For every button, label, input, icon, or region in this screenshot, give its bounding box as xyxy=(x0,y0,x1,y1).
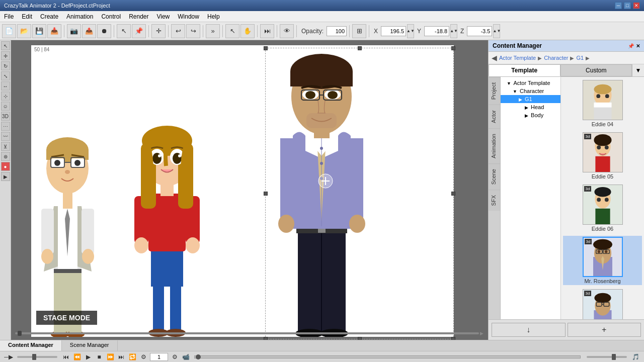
tab-template[interactable]: Template xyxy=(489,64,560,76)
download-button[interactable]: ↓ xyxy=(492,323,566,337)
character3[interactable] xyxy=(265,50,378,337)
tree-body[interactable]: ▶ Body xyxy=(501,111,560,119)
lt-select[interactable]: ↖ xyxy=(1,41,10,50)
tl-progress-thumb[interactable] xyxy=(196,354,201,359)
play-all-button[interactable]: ⏭ xyxy=(260,24,274,38)
list-item[interactable]: 3d Eddie 06 xyxy=(563,184,642,233)
zoom-thumb[interactable] xyxy=(612,354,616,360)
new-button[interactable]: 📄 xyxy=(2,24,16,38)
tl-audio[interactable]: 🎵 xyxy=(631,352,640,361)
lt-constraint[interactable]: ⊻ xyxy=(1,142,10,151)
handle-tl[interactable] xyxy=(264,46,268,50)
handle-br[interactable] xyxy=(451,337,455,340)
menu-create[interactable]: Create xyxy=(36,12,62,21)
menu-view[interactable]: View xyxy=(152,12,174,21)
tl-play[interactable]: ▶ xyxy=(84,352,93,361)
tree-head[interactable]: ▶ Head xyxy=(501,103,560,111)
y-spin[interactable]: ▲▼ xyxy=(450,24,457,38)
export-button[interactable]: 📤 xyxy=(82,24,96,38)
bc-item-3[interactable]: G1 xyxy=(576,55,584,61)
character2[interactable] xyxy=(132,65,202,337)
tl-record-mode[interactable]: 📹 xyxy=(181,352,190,361)
tl-prev[interactable]: ⏪ xyxy=(72,352,82,361)
bc-item-2[interactable]: Character xyxy=(544,55,568,61)
z-spin[interactable]: ▲▼ xyxy=(493,24,500,38)
lt-rotate[interactable]: ↻ xyxy=(1,61,10,70)
move-button[interactable]: ✛ xyxy=(151,24,166,38)
list-item[interactable]: 3d xyxy=(563,236,642,285)
pick-button[interactable]: 📌 xyxy=(132,24,146,38)
select-button[interactable]: ↖ xyxy=(117,24,131,38)
close-button[interactable]: ✕ xyxy=(633,2,640,9)
redo-button[interactable]: ↪ xyxy=(186,24,200,38)
cursor-button[interactable]: ↖ xyxy=(225,24,239,38)
lt-morph[interactable]: ⋯ xyxy=(1,122,10,131)
bc-item-1[interactable]: Actor Template xyxy=(499,55,536,61)
scroll-thumb[interactable] xyxy=(18,331,22,336)
tab-custom[interactable]: Custom xyxy=(560,64,632,76)
lt-ik[interactable]: ⊛ xyxy=(1,152,10,161)
scroll-right[interactable]: ▶ xyxy=(479,331,484,336)
side-tab-animation[interactable]: Animation xyxy=(489,128,500,163)
cm-pin-button[interactable]: 📌 xyxy=(628,43,634,49)
minimize-button[interactable]: ─ xyxy=(615,2,622,9)
canvas-area[interactable]: 50 | 84 STAGE MODE ▶ xyxy=(11,40,488,340)
speed-thumb[interactable] xyxy=(32,354,36,360)
lt-scale[interactable]: ⤡ xyxy=(1,71,10,80)
tab-content-manager[interactable]: Content Manager xyxy=(0,340,62,351)
more-button[interactable]: » xyxy=(206,24,220,38)
grid-button[interactable]: ⊞ xyxy=(352,24,366,38)
character1[interactable] xyxy=(39,75,97,337)
maximize-button[interactable]: □ xyxy=(624,2,631,9)
eye-button[interactable]: 👁 xyxy=(280,24,294,38)
handle-bm[interactable] xyxy=(358,337,362,340)
lt-playback[interactable]: ▶ xyxy=(1,172,10,181)
x-input[interactable] xyxy=(381,26,406,36)
record-button[interactable]: ⏺ xyxy=(97,24,111,38)
undo-button[interactable]: ↩ xyxy=(171,24,185,38)
lt-flip[interactable]: ↔ xyxy=(1,81,10,90)
handle-tm[interactable] xyxy=(358,46,362,50)
handle-tr[interactable] xyxy=(451,46,455,50)
menu-edit[interactable]: Edit xyxy=(18,12,36,21)
handle-bl[interactable] xyxy=(264,337,268,340)
bc-back-button[interactable]: ◀ xyxy=(492,54,497,62)
lt-move[interactable]: ✛ xyxy=(1,51,10,60)
x-spin[interactable]: ▲▼ xyxy=(407,24,414,38)
tl-zoom-slider[interactable] xyxy=(587,356,627,358)
tl-progress-track[interactable] xyxy=(194,355,581,358)
tl-first[interactable]: ⏮ xyxy=(61,352,70,361)
menu-animation[interactable]: Animation xyxy=(62,12,97,21)
tl-frame-settings[interactable]: ⚙ xyxy=(170,352,179,361)
tab-dropdown[interactable]: ▼ xyxy=(632,64,644,76)
side-tab-actor[interactable]: Actor xyxy=(489,105,500,128)
z-input[interactable] xyxy=(467,26,492,36)
tab-scene-manager[interactable]: Scene Manager xyxy=(62,340,118,351)
lt-3d[interactable]: 3D xyxy=(1,112,10,121)
tl-speed-slider[interactable] xyxy=(17,356,57,358)
menu-file[interactable]: File xyxy=(0,12,18,21)
tl-stop[interactable]: ■ xyxy=(95,352,104,361)
menu-control[interactable]: Control xyxy=(97,12,125,21)
tl-loop[interactable]: 🔁 xyxy=(128,352,137,361)
y-input[interactable] xyxy=(424,26,449,36)
tl-settings[interactable]: ⚙ xyxy=(139,352,148,361)
lt-spring[interactable]: 〰 xyxy=(1,132,10,141)
cm-close-button[interactable]: ✕ xyxy=(636,43,640,49)
lt-bone[interactable]: ⊹ xyxy=(1,92,10,101)
side-tab-scene[interactable]: Scene xyxy=(489,163,500,190)
opacity-input[interactable] xyxy=(327,26,347,36)
hand-button[interactable]: ✋ xyxy=(240,24,255,38)
import-button[interactable]: 📥 xyxy=(47,24,61,38)
lt-record[interactable]: ● xyxy=(1,162,10,171)
list-item[interactable]: 3d S Mr. Rosenberg xyxy=(563,288,642,319)
tree-actor-template[interactable]: ▼ Actor Template xyxy=(501,79,560,87)
add-button[interactable]: + xyxy=(568,323,641,337)
side-tab-project[interactable]: Project xyxy=(489,77,500,105)
menu-render[interactable]: Render xyxy=(125,12,152,21)
tree-character[interactable]: ▼ Character xyxy=(501,87,560,95)
canvas-scrollbar[interactable]: ▶ xyxy=(11,331,488,336)
tl-next[interactable]: ⏩ xyxy=(106,352,115,361)
handle-mr[interactable] xyxy=(451,192,455,196)
frame-input[interactable]: 1 xyxy=(150,353,168,361)
